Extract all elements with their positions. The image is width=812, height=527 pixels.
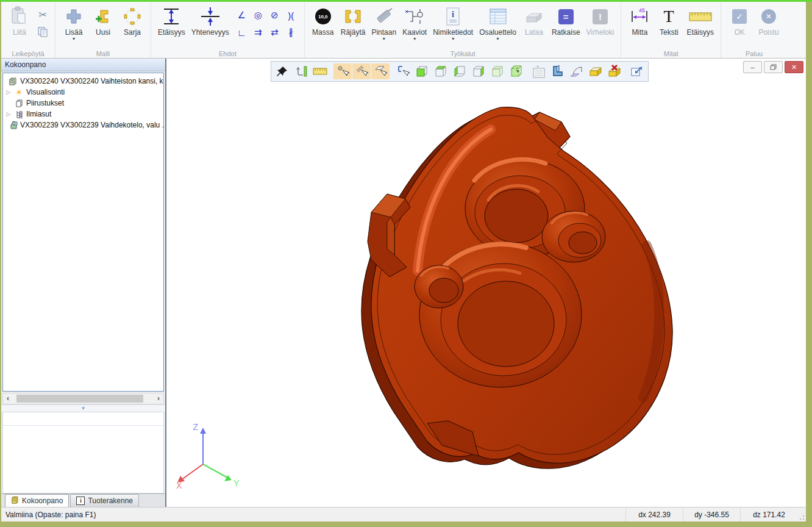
locked-part-icon: i xyxy=(8,121,18,129)
cut-button[interactable]: ✂ xyxy=(35,8,50,21)
ok-check-icon: ✓ xyxy=(732,9,747,24)
model-viewport[interactable]: – ✕ Z X Y xyxy=(166,59,806,507)
expand-arrow[interactable]: ▷ xyxy=(5,89,12,95)
tree-horizontal-scrollbar[interactable]: ‹ › xyxy=(2,393,164,404)
to-surface-button[interactable]: Pintaan ▾ xyxy=(369,4,398,48)
tab-assembly[interactable]: Kokoonpano xyxy=(5,494,69,507)
ribbon-group-model: Lisää ▾ Uusi Sarja Malli xyxy=(55,2,151,58)
nonparallel-constraint-icon[interactable]: ∦ xyxy=(283,24,299,41)
parts-list-dropdown-caret[interactable]: ▾ xyxy=(497,37,499,41)
status-bar: Valmiina (Opaste: paina F1) dx 242.39 dy… xyxy=(1,507,806,522)
add-dropdown-caret[interactable]: ▾ xyxy=(73,37,75,41)
status-dz: dz 171.42 xyxy=(740,508,797,522)
symmetric-constraint-icon[interactable]: )( xyxy=(283,7,299,24)
ruler-distance-button[interactable]: Etäisyys xyxy=(685,4,716,48)
tree-item-root[interactable]: VX3002240 VX3002240 Vaihteiston kansi, k… xyxy=(3,76,163,87)
section-plane-icon[interactable] xyxy=(568,63,586,79)
exit-button[interactable]: ✕ Poistu xyxy=(755,4,782,48)
window-controls: – ✕ xyxy=(743,61,803,73)
svg-text:45: 45 xyxy=(639,7,645,13)
svg-text:i: i xyxy=(15,122,16,125)
tree-item-visualization[interactable]: ▷ ☀ Visualisointi xyxy=(3,87,163,98)
paste-button[interactable]: Liitä xyxy=(6,4,33,48)
delete-box-icon[interactable] xyxy=(605,63,624,79)
app-window: Liitä ✂ Leikepöytä Lisää ▾ xyxy=(1,2,806,522)
explode-button[interactable]: Räjäytä xyxy=(339,4,368,48)
open-box-icon[interactable] xyxy=(586,63,605,79)
tree-item-drawings[interactable]: Piirustukset xyxy=(3,98,163,109)
measure-icon: 45 xyxy=(629,5,650,28)
new-button[interactable]: Uusi xyxy=(90,4,116,48)
resize-grip[interactable] xyxy=(797,508,806,522)
expand-arrow[interactable]: ▷ xyxy=(5,111,12,117)
item-info-button[interactable]: i Nimiketiedot ▾ xyxy=(431,4,475,48)
profile-tool-icon[interactable] xyxy=(549,63,567,79)
copy-button[interactable] xyxy=(35,25,50,38)
ruler-icon xyxy=(688,5,713,28)
solve-button[interactable]: = Ratkaise xyxy=(550,4,582,48)
select-body-icon[interactable] xyxy=(507,63,525,79)
mass-button[interactable]: 10,0 Massa xyxy=(310,4,337,48)
view-front-icon[interactable] xyxy=(413,63,431,79)
sun-icon: ☀ xyxy=(14,88,24,96)
item-info-dropdown-caret[interactable]: ▾ xyxy=(452,37,454,41)
ok-button[interactable]: ✓ OK xyxy=(726,4,753,48)
load-button[interactable]: Lataa xyxy=(521,4,547,48)
text-T-icon: T xyxy=(660,7,678,26)
view-right-icon[interactable] xyxy=(469,63,488,79)
scrollbar-thumb[interactable] xyxy=(16,395,143,403)
charts-dropdown-caret[interactable]: ▾ xyxy=(413,37,416,41)
ribbon-group-tools: 10,0 Massa Räjäytä Pintaan ▾ xyxy=(305,2,622,58)
orbit-measure-icon[interactable] xyxy=(292,63,310,79)
restore-button[interactable] xyxy=(764,61,783,73)
copy-icon xyxy=(37,26,48,37)
tangent-constraint-icon[interactable]: ⊘ xyxy=(266,7,283,24)
measure-button[interactable]: 45 Mitta xyxy=(626,4,653,48)
scroll-left-arrow[interactable]: ‹ xyxy=(3,394,13,403)
tree-item-features[interactable]: ▷ Ilmiasut xyxy=(3,109,163,120)
view-top-icon[interactable] xyxy=(432,63,450,79)
angle-constraint-icon[interactable]: ∠ xyxy=(233,7,250,24)
splitter-collapse-icon[interactable]: ▾ xyxy=(82,406,85,410)
panel-splitter[interactable]: ▾ xyxy=(1,404,165,412)
tree-item-part[interactable]: i VX3002239 VX3002239 Vaihdekotelo, valu… xyxy=(3,120,163,131)
add-button[interactable]: Lisää ▾ xyxy=(60,4,87,48)
perpendicular-constraint-icon[interactable]: ∟ xyxy=(233,24,250,41)
select-face-filter-icon[interactable] xyxy=(371,63,390,79)
opposite-constraint-icon[interactable]: ⇄ xyxy=(266,24,283,41)
tab-product-structure[interactable]: i Tuoterakenne xyxy=(70,494,139,507)
ruler-icon[interactable] xyxy=(311,63,329,79)
features-list-icon xyxy=(14,110,24,118)
minimize-button[interactable]: – xyxy=(743,61,762,73)
constraint-mini-grid: ∠ ◎ ⊘ )( ∟ ⇉ ⇄ ∦ xyxy=(233,7,299,48)
status-dy: dy -346.55 xyxy=(683,508,740,522)
coincidence-constraint-button[interactable]: Yhtenevyys xyxy=(190,4,231,48)
assembly-tree: VX3002240 VX3002240 Vaihteiston kansi, k… xyxy=(2,73,164,392)
parts-list-button[interactable]: Osaluettelo ▾ xyxy=(477,4,518,48)
expand-viewport-icon[interactable] xyxy=(628,63,646,79)
concentric-constraint-icon[interactable]: ◎ xyxy=(250,7,266,24)
explode-icon xyxy=(343,5,363,28)
select-edge-filter-icon[interactable] xyxy=(352,63,371,79)
tree-item-label: VX3002240 VX3002240 Vaihteiston kansi, k… xyxy=(20,77,164,85)
text-button[interactable]: i T Teksti xyxy=(655,4,682,48)
series-button[interactable]: Sarja xyxy=(119,4,146,48)
charts-button[interactable]: Kaaviot ▾ xyxy=(401,4,429,48)
axis-z-label: Z xyxy=(193,423,198,432)
pin-icon[interactable] xyxy=(273,63,291,79)
model-canvas[interactable] xyxy=(166,59,805,507)
tree-item-label: Piirustukset xyxy=(26,99,64,107)
select-point-filter-icon[interactable] xyxy=(333,63,352,79)
view-left-icon[interactable] xyxy=(451,63,469,79)
view-iso-icon[interactable] xyxy=(488,63,507,79)
distance-constraint-button[interactable]: Etäisyys xyxy=(156,4,187,48)
close-button[interactable]: ✕ xyxy=(785,61,803,73)
error-log-button[interactable]: ! Virheloki xyxy=(585,4,616,48)
notes-list-icon[interactable] xyxy=(530,63,548,79)
to-surface-dropdown-caret[interactable]: ▾ xyxy=(383,37,385,41)
parallel-constraint-icon[interactable]: ⇉ xyxy=(250,24,266,41)
tab-label: Kokoonpano xyxy=(22,497,63,505)
scroll-right-arrow[interactable]: › xyxy=(154,394,163,403)
select-feature-filter-icon[interactable] xyxy=(394,63,412,79)
axis-x-label: X xyxy=(176,481,182,490)
